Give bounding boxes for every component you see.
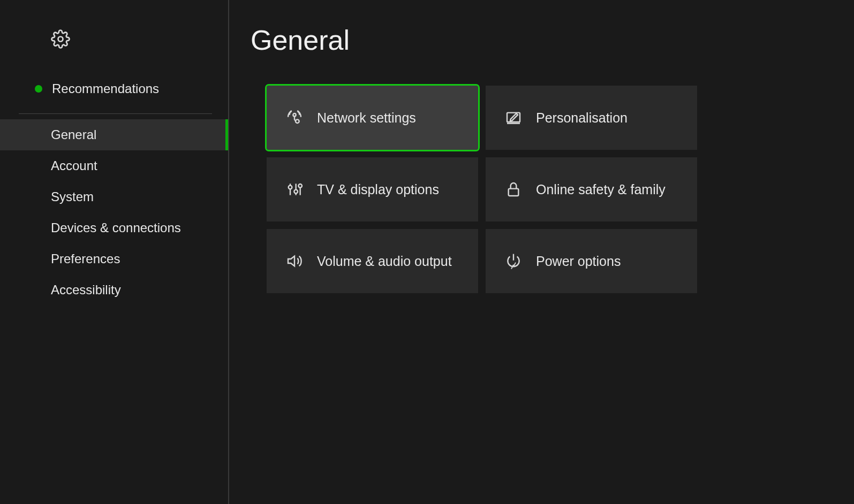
sidebar-item-recommendations[interactable]: Recommendations: [0, 75, 228, 103]
nav-item-label: General: [51, 127, 96, 142]
sidebar-item-accessibility[interactable]: Accessibility: [0, 274, 228, 306]
tile-personalisation[interactable]: Personalisation: [486, 86, 697, 150]
sidebar-divider: [19, 113, 212, 114]
sidebar-item-devices[interactable]: Devices & connections: [0, 212, 228, 243]
page-title: General: [251, 24, 854, 56]
nav-item-label: System: [51, 189, 94, 204]
tile-online-safety[interactable]: Online safety & family: [486, 157, 697, 222]
gear-icon: [51, 41, 70, 50]
tile-label: TV & display options: [317, 182, 439, 197]
sidebar-item-preferences[interactable]: Preferences: [0, 243, 228, 274]
svg-rect-11: [509, 189, 519, 196]
svg-point-2: [296, 119, 299, 123]
tile-network-settings[interactable]: Network settings: [267, 86, 478, 150]
monitor-pen-icon: [502, 109, 525, 126]
svg-point-0: [58, 37, 63, 42]
nav-item-label: Devices & connections: [51, 220, 181, 235]
notification-dot-icon: [35, 85, 42, 93]
settings-sidebar: Recommendations General Account System D…: [0, 0, 229, 504]
sliders-icon: [283, 181, 306, 198]
tile-tv-display[interactable]: TV & display options: [267, 157, 478, 222]
sidebar-top-section: Recommendations: [0, 51, 228, 114]
sidebar-item-general[interactable]: General: [0, 119, 228, 150]
antenna-icon: [283, 109, 306, 126]
tile-label: Volume & audio output: [317, 254, 452, 269]
nav-item-label: Accessibility: [51, 282, 121, 297]
sidebar-header: [0, 0, 228, 51]
tile-label: Online safety & family: [536, 182, 666, 197]
sidebar-item-system[interactable]: System: [0, 181, 228, 212]
main-content: General Network settings: [229, 0, 854, 504]
lock-icon: [502, 181, 525, 198]
sidebar-nav: General Account System Devices & connect…: [0, 119, 228, 306]
sidebar-item-account[interactable]: Account: [0, 150, 228, 181]
nav-item-label: Preferences: [51, 251, 120, 266]
tile-label: Network settings: [317, 110, 416, 126]
tile-label: Power options: [536, 254, 621, 269]
power-icon: [502, 253, 525, 270]
tile-power-options[interactable]: Power options: [486, 229, 697, 293]
speaker-icon: [283, 253, 306, 270]
nav-item-label: Account: [51, 158, 97, 173]
svg-rect-3: [507, 113, 520, 122]
tile-volume-audio[interactable]: Volume & audio output: [267, 229, 478, 293]
svg-point-8: [294, 190, 298, 194]
tile-label: Personalisation: [536, 110, 628, 126]
svg-point-6: [289, 186, 292, 189]
svg-point-1: [293, 113, 296, 116]
settings-tiles-grid: Network settings Personalisation: [251, 86, 854, 293]
recommendations-label: Recommendations: [52, 81, 159, 96]
svg-point-10: [298, 184, 302, 188]
